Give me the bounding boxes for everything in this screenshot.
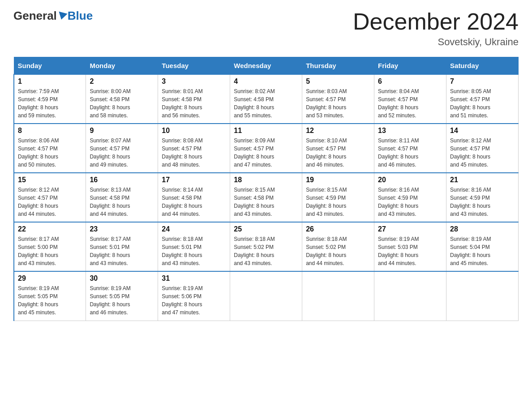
day-info: Sunrise: 8:08 AMSunset: 4:57 PMDaylight:… bbox=[162, 137, 226, 169]
day-number: 31 bbox=[162, 274, 226, 283]
day-info: Sunrise: 8:02 AMSunset: 4:58 PMDaylight:… bbox=[234, 87, 298, 120]
calendar-week-row: 22 Sunrise: 8:17 AMSunset: 5:00 PMDaylig… bbox=[14, 222, 519, 271]
calendar-cell: 31 Sunrise: 8:19 AMSunset: 5:06 PMDaylig… bbox=[158, 271, 230, 321]
day-info: Sunrise: 8:18 AMSunset: 5:02 PMDaylight:… bbox=[234, 235, 298, 267]
day-info: Sunrise: 8:07 AMSunset: 4:57 PMDaylight:… bbox=[90, 137, 154, 169]
calendar-cell: 26 Sunrise: 8:18 AMSunset: 5:02 PMDaylig… bbox=[302, 222, 374, 271]
calendar-cell: 9 Sunrise: 8:07 AMSunset: 4:57 PMDayligh… bbox=[86, 124, 158, 173]
day-number: 24 bbox=[162, 225, 226, 233]
calendar-header-sunday: Sunday bbox=[14, 57, 86, 75]
calendar-cell: 13 Sunrise: 8:11 AMSunset: 4:57 PMDaylig… bbox=[374, 124, 446, 173]
calendar-cell: 23 Sunrise: 8:17 AMSunset: 5:01 PMDaylig… bbox=[86, 222, 158, 271]
calendar-cell: 14 Sunrise: 8:12 AMSunset: 4:57 PMDaylig… bbox=[446, 124, 519, 173]
day-info: Sunrise: 8:18 AMSunset: 5:02 PMDaylight:… bbox=[306, 235, 370, 267]
calendar-cell: 5 Sunrise: 8:03 AMSunset: 4:57 PMDayligh… bbox=[302, 74, 374, 124]
day-number: 22 bbox=[18, 225, 82, 233]
day-number: 3 bbox=[162, 77, 226, 86]
calendar-cell: 7 Sunrise: 8:05 AMSunset: 4:57 PMDayligh… bbox=[446, 74, 519, 124]
day-info: Sunrise: 8:18 AMSunset: 5:01 PMDaylight:… bbox=[162, 235, 226, 267]
day-info: Sunrise: 8:06 AMSunset: 4:57 PMDaylight:… bbox=[18, 137, 82, 169]
day-info: Sunrise: 8:16 AMSunset: 4:59 PMDaylight:… bbox=[378, 186, 442, 218]
calendar-header-wednesday: Wednesday bbox=[230, 57, 302, 75]
calendar-cell: 21 Sunrise: 8:16 AMSunset: 4:59 PMDaylig… bbox=[446, 173, 519, 222]
calendar-cell: 15 Sunrise: 8:12 AMSunset: 4:57 PMDaylig… bbox=[14, 173, 86, 222]
calendar-cell: 16 Sunrise: 8:13 AMSunset: 4:58 PMDaylig… bbox=[86, 173, 158, 222]
calendar-table: SundayMondayTuesdayWednesdayThursdayFrid… bbox=[13, 57, 519, 321]
calendar-cell: 25 Sunrise: 8:18 AMSunset: 5:02 PMDaylig… bbox=[230, 222, 302, 271]
day-number: 26 bbox=[306, 225, 370, 233]
calendar-cell: 2 Sunrise: 8:00 AMSunset: 4:58 PMDayligh… bbox=[86, 74, 158, 124]
page-title: December 2024 bbox=[353, 9, 519, 34]
calendar-cell bbox=[302, 271, 374, 321]
day-number: 11 bbox=[234, 127, 298, 135]
calendar-cell: 27 Sunrise: 8:19 AMSunset: 5:03 PMDaylig… bbox=[374, 222, 446, 271]
day-info: Sunrise: 8:04 AMSunset: 4:57 PMDaylight:… bbox=[378, 87, 442, 120]
title-area: December 2024 Sovetskiy, Ukraine bbox=[353, 9, 519, 48]
calendar-cell: 24 Sunrise: 8:18 AMSunset: 5:01 PMDaylig… bbox=[158, 222, 230, 271]
day-number: 17 bbox=[162, 176, 226, 184]
logo: General Blue bbox=[13, 9, 93, 23]
day-info: Sunrise: 8:19 AMSunset: 5:04 PMDaylight:… bbox=[450, 235, 515, 267]
logo-blue-text: Blue bbox=[68, 9, 93, 23]
day-info: Sunrise: 7:59 AMSunset: 4:59 PMDaylight:… bbox=[18, 87, 82, 120]
calendar-header-tuesday: Tuesday bbox=[158, 57, 230, 75]
calendar-cell bbox=[446, 271, 519, 321]
calendar-cell: 8 Sunrise: 8:06 AMSunset: 4:57 PMDayligh… bbox=[14, 124, 86, 173]
day-info: Sunrise: 8:17 AMSunset: 5:01 PMDaylight:… bbox=[90, 235, 154, 267]
day-info: Sunrise: 8:13 AMSunset: 4:58 PMDaylight:… bbox=[90, 186, 154, 218]
day-number: 2 bbox=[90, 77, 154, 86]
calendar-cell: 1 Sunrise: 7:59 AMSunset: 4:59 PMDayligh… bbox=[14, 74, 86, 124]
day-number: 15 bbox=[18, 176, 82, 184]
logo-general-text: General bbox=[13, 9, 57, 23]
day-number: 29 bbox=[18, 274, 82, 283]
day-number: 9 bbox=[90, 127, 154, 135]
day-number: 20 bbox=[378, 176, 442, 184]
day-number: 21 bbox=[450, 176, 515, 184]
day-info: Sunrise: 8:17 AMSunset: 5:00 PMDaylight:… bbox=[18, 235, 82, 267]
logo-area: General Blue bbox=[13, 9, 93, 23]
calendar-cell: 3 Sunrise: 8:01 AMSunset: 4:58 PMDayligh… bbox=[158, 74, 230, 124]
day-number: 1 bbox=[18, 77, 82, 86]
calendar-week-row: 1 Sunrise: 7:59 AMSunset: 4:59 PMDayligh… bbox=[14, 74, 519, 124]
calendar-cell: 17 Sunrise: 8:14 AMSunset: 4:58 PMDaylig… bbox=[158, 173, 230, 222]
calendar-week-row: 29 Sunrise: 8:19 AMSunset: 5:05 PMDaylig… bbox=[14, 271, 519, 321]
day-info: Sunrise: 8:19 AMSunset: 5:06 PMDaylight:… bbox=[162, 284, 226, 317]
calendar-cell: 4 Sunrise: 8:02 AMSunset: 4:58 PMDayligh… bbox=[230, 74, 302, 124]
day-number: 6 bbox=[378, 77, 442, 86]
day-number: 16 bbox=[90, 176, 154, 184]
day-number: 19 bbox=[306, 176, 370, 184]
calendar-cell: 28 Sunrise: 8:19 AMSunset: 5:04 PMDaylig… bbox=[446, 222, 519, 271]
calendar-cell: 18 Sunrise: 8:15 AMSunset: 4:58 PMDaylig… bbox=[230, 173, 302, 222]
day-info: Sunrise: 8:19 AMSunset: 5:03 PMDaylight:… bbox=[378, 235, 442, 267]
calendar-cell: 11 Sunrise: 8:09 AMSunset: 4:57 PMDaylig… bbox=[230, 124, 302, 173]
calendar-week-row: 8 Sunrise: 8:06 AMSunset: 4:57 PMDayligh… bbox=[14, 124, 519, 173]
calendar-cell: 22 Sunrise: 8:17 AMSunset: 5:00 PMDaylig… bbox=[14, 222, 86, 271]
calendar-cell: 30 Sunrise: 8:19 AMSunset: 5:05 PMDaylig… bbox=[86, 271, 158, 321]
day-number: 14 bbox=[450, 127, 515, 135]
calendar-cell: 10 Sunrise: 8:08 AMSunset: 4:57 PMDaylig… bbox=[158, 124, 230, 173]
day-info: Sunrise: 8:15 AMSunset: 4:58 PMDaylight:… bbox=[234, 186, 298, 218]
day-number: 12 bbox=[306, 127, 370, 135]
day-info: Sunrise: 8:00 AMSunset: 4:58 PMDaylight:… bbox=[90, 87, 154, 120]
calendar-cell: 19 Sunrise: 8:15 AMSunset: 4:59 PMDaylig… bbox=[302, 173, 374, 222]
calendar-cell: 20 Sunrise: 8:16 AMSunset: 4:59 PMDaylig… bbox=[374, 173, 446, 222]
calendar-cell: 12 Sunrise: 8:10 AMSunset: 4:57 PMDaylig… bbox=[302, 124, 374, 173]
day-info: Sunrise: 8:14 AMSunset: 4:58 PMDaylight:… bbox=[162, 186, 226, 218]
day-info: Sunrise: 8:15 AMSunset: 4:59 PMDaylight:… bbox=[306, 186, 370, 218]
calendar-header-thursday: Thursday bbox=[302, 57, 374, 75]
day-info: Sunrise: 8:19 AMSunset: 5:05 PMDaylight:… bbox=[90, 284, 154, 317]
calendar-week-row: 15 Sunrise: 8:12 AMSunset: 4:57 PMDaylig… bbox=[14, 173, 519, 222]
day-number: 28 bbox=[450, 225, 515, 233]
calendar-cell bbox=[230, 271, 302, 321]
subtitle: Sovetskiy, Ukraine bbox=[353, 36, 519, 48]
header: General Blue December 2024 Sovetskiy, Uk… bbox=[13, 9, 519, 48]
day-number: 23 bbox=[90, 225, 154, 233]
day-info: Sunrise: 8:01 AMSunset: 4:58 PMDaylight:… bbox=[162, 87, 226, 120]
day-info: Sunrise: 8:12 AMSunset: 4:57 PMDaylight:… bbox=[450, 137, 515, 169]
day-number: 27 bbox=[378, 225, 442, 233]
day-info: Sunrise: 8:19 AMSunset: 5:05 PMDaylight:… bbox=[18, 284, 82, 317]
day-info: Sunrise: 8:10 AMSunset: 4:57 PMDaylight:… bbox=[306, 137, 370, 169]
day-number: 7 bbox=[450, 77, 515, 86]
day-number: 13 bbox=[378, 127, 442, 135]
day-info: Sunrise: 8:09 AMSunset: 4:57 PMDaylight:… bbox=[234, 137, 298, 169]
